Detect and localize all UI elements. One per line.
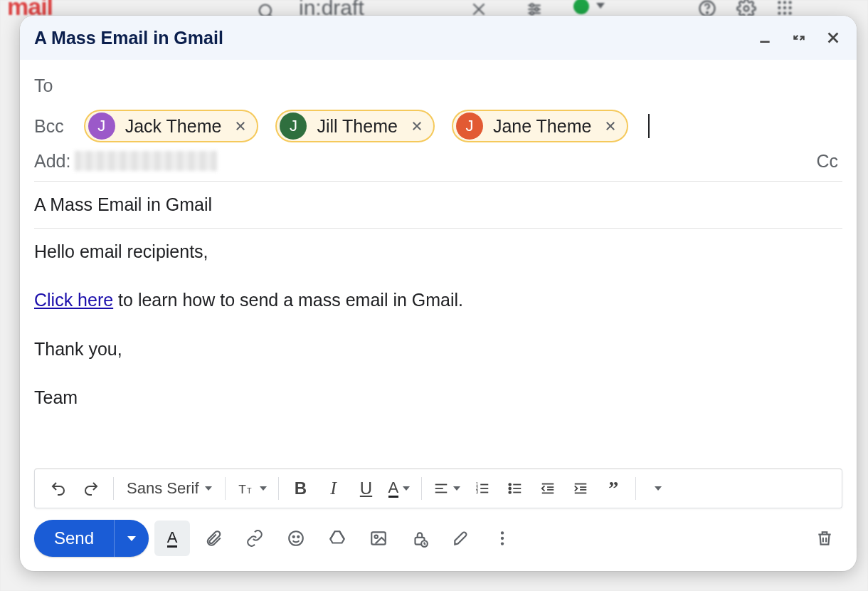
recipient-chip[interactable]: J Jack Theme [84, 110, 259, 142]
status-dropdown-icon [596, 3, 605, 9]
svg-point-20 [783, 11, 786, 14]
insert-emoji-button[interactable] [278, 521, 314, 556]
compose-title: A Mass Email in Gmail [34, 28, 756, 48]
svg-point-47 [509, 491, 511, 493]
confidential-mode-button[interactable] [402, 521, 438, 556]
discard-draft-button[interactable] [807, 521, 842, 556]
more-options-button[interactable] [485, 521, 520, 556]
svg-point-58 [297, 536, 299, 538]
insert-link-button[interactable] [237, 521, 272, 556]
svg-point-63 [501, 531, 504, 534]
exit-fullscreen-button[interactable] [790, 28, 808, 47]
apps-grid-icon [776, 0, 794, 17]
add-label: Add: [34, 151, 70, 172]
svg-point-7 [531, 4, 534, 6]
redo-button[interactable] [76, 474, 106, 503]
chip-name: Jack Theme [125, 116, 222, 137]
italic-button[interactable]: I [319, 474, 349, 503]
svg-point-65 [501, 542, 504, 545]
font-family-dropdown[interactable]: Sans Serif [121, 479, 218, 498]
undo-button[interactable] [43, 474, 73, 503]
svg-point-19 [778, 11, 780, 14]
chevron-down-icon [403, 486, 410, 491]
window-controls [756, 28, 842, 47]
insert-photo-button[interactable] [361, 521, 396, 556]
bcc-label: Bcc [34, 116, 64, 137]
message-body[interactable]: Hello email recipients, Click here to le… [34, 229, 842, 466]
svg-point-46 [509, 488, 511, 490]
body-thanks: Thank you, [34, 336, 842, 362]
svg-point-60 [375, 535, 378, 538]
to-label: To [34, 75, 53, 96]
recipient-chip[interactable]: J Jill Theme [275, 110, 434, 142]
svg-point-17 [783, 6, 786, 9]
chevron-down-icon [127, 536, 136, 541]
svg-point-8 [535, 8, 538, 11]
svg-text:T: T [238, 482, 246, 496]
insert-signature-button[interactable] [443, 521, 479, 556]
close-button[interactable] [824, 28, 842, 47]
svg-point-12 [744, 6, 749, 11]
body-line-link: Click here to learn how to send a mass e… [34, 287, 842, 313]
indent-less-button[interactable] [533, 474, 563, 503]
bold-button[interactable]: B [286, 474, 316, 503]
svg-point-9 [531, 11, 534, 14]
remove-chip-icon[interactable] [231, 120, 250, 132]
add-row[interactable]: Add: Cc [34, 150, 842, 181]
remove-chip-icon[interactable] [408, 120, 426, 132]
svg-point-21 [788, 11, 791, 14]
chip-name: Jill Theme [317, 116, 397, 137]
compose-window: A Mass Email in Gmail To Bcc J Jack Them… [20, 16, 857, 571]
svg-text:T: T [247, 486, 252, 495]
svg-point-0 [260, 5, 271, 16]
avatar: J [280, 113, 307, 140]
send-button[interactable]: Send [34, 520, 114, 557]
bulleted-list-button[interactable] [500, 474, 530, 503]
chevron-down-icon [655, 486, 662, 491]
svg-point-16 [778, 6, 780, 9]
quote-button[interactable]: ” [598, 474, 628, 503]
redacted-email [75, 151, 217, 171]
text-cursor [648, 114, 650, 138]
body-signoff: Team [34, 385, 842, 410]
align-button[interactable] [429, 474, 465, 503]
recipient-chip[interactable]: J Jane Theme [452, 110, 629, 142]
svg-point-64 [501, 537, 504, 540]
svg-point-56 [289, 531, 303, 545]
svg-point-15 [788, 1, 791, 4]
chevron-down-icon [205, 486, 212, 491]
insert-drive-button[interactable] [319, 521, 355, 556]
svg-point-18 [788, 6, 791, 9]
status-indicator [573, 0, 589, 14]
body-greeting: Hello email recipients, [34, 239, 842, 264]
avatar: J [456, 113, 483, 140]
cc-button[interactable]: Cc [816, 151, 842, 172]
compose-bottom-bar: Send A [34, 516, 842, 571]
more-formatting-button[interactable] [643, 474, 673, 503]
compose-header: A Mass Email in Gmail [20, 16, 857, 60]
chip-name: Jane Theme [493, 116, 592, 137]
subject-field[interactable]: A Mass Email in Gmail [34, 182, 842, 228]
text-color-button[interactable]: A [384, 474, 415, 503]
underline-button[interactable]: U [351, 474, 381, 503]
numbered-list-button[interactable]: 123 [467, 474, 497, 503]
svg-point-13 [778, 1, 780, 4]
formatting-options-button[interactable]: A [154, 521, 190, 556]
body-link-after: to learn how to send a mass email in Gma… [113, 290, 463, 310]
svg-point-11 [706, 12, 708, 14]
bcc-row[interactable]: Bcc J Jack Theme J Jill Theme J Jane The… [34, 103, 842, 150]
attach-files-button[interactable] [196, 521, 231, 556]
indent-more-button[interactable] [566, 474, 596, 503]
svg-point-57 [293, 536, 295, 538]
send-button-group: Send [34, 520, 149, 557]
remove-chip-icon[interactable] [601, 120, 620, 132]
send-options-button[interactable] [114, 520, 149, 557]
chevron-down-icon [260, 486, 267, 491]
body-link[interactable]: Click here [34, 290, 113, 310]
font-size-button[interactable]: TT [233, 474, 271, 503]
svg-point-45 [509, 483, 511, 486]
to-row[interactable]: To [34, 60, 842, 103]
minimize-button[interactable] [756, 28, 774, 47]
chevron-down-icon [453, 486, 460, 491]
svg-point-14 [783, 1, 786, 4]
